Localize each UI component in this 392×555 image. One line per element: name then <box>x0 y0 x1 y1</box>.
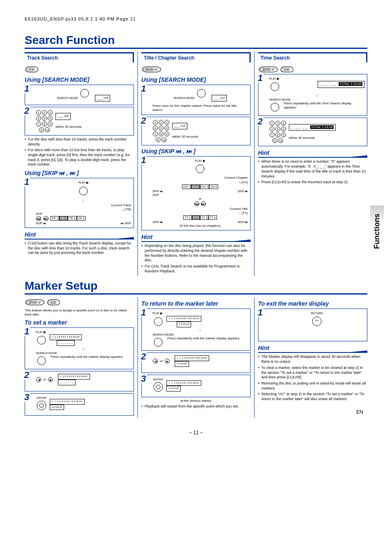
marker-return-step-1: 1 PLAY ✓ ✓ 1 2 3 4 5 6 7 8 9 10 AC 1 0:1… <box>141 309 251 350</box>
remote-button-icon <box>311 315 323 327</box>
svg-point-13 <box>156 385 160 389</box>
track-boxes: TR 1TR 2TR 3TR 4 <box>51 216 85 221</box>
search-mode-label: SEARCH MODE <box>36 351 131 355</box>
play-label: PLAY <box>36 331 43 334</box>
chapter-boxes: CH 1CH 2CH 3CH 4 <box>152 184 248 189</box>
remote-button-icon <box>152 336 164 348</box>
tc-using-search-mode: Using [SEARCH MODE] <box>141 76 251 83</box>
list-item: Depending on the disc being played, this… <box>141 244 251 263</box>
play-label: PLAY <box>78 181 85 184</box>
return-label: RETURN <box>269 311 364 315</box>
remote-button-icon <box>152 381 164 393</box>
tc-using-skip: Using [SKIP ⏮ , ⏭ ] <box>141 148 251 154</box>
track-step-1: 1 SEARCH MODE ___ /29 <box>25 85 134 105</box>
svg-point-0 <box>81 89 89 97</box>
track-hint-list: [+10] button can also bring the Track Se… <box>25 241 134 256</box>
list-item: [+10] button can also bring the Track Se… <box>25 241 134 256</box>
cd-badge: CD <box>25 67 38 72</box>
osd-marker-blank: _ _ _ _ _ _ _ <box>58 380 76 385</box>
search-mode-label: SEARCH MODE <box>152 333 248 336</box>
page-language: EN <box>356 409 363 415</box>
page-number: – 11 – <box>25 430 367 435</box>
hint-header: Hint <box>25 231 134 240</box>
list-item: To clear a marker, select the marker to … <box>258 366 367 380</box>
track-step-2: 2 123 456 789 0+10 ___ /29 within 30 sec… <box>25 107 134 136</box>
remote-button-icon <box>79 88 90 99</box>
osd-track-count: ___ /29 <box>55 113 71 120</box>
osd-marker-list: ✓ 1 2 3 4 5 6 7 8 9 10 AC <box>58 374 90 380</box>
list-item: For the disc with less than 10 tracks, p… <box>25 137 134 147</box>
osd-marker-list: ✓ ✓ 1 2 3 4 5 6 7 8 9 10 AC <box>166 316 201 322</box>
marker-intro: This feature allows you to assign a spec… <box>25 309 134 316</box>
play-icon <box>277 77 279 80</box>
time-step1-note: Press repeatedly until the Time Search d… <box>284 101 364 113</box>
osd-marker-time: 1 0:12:01 <box>166 386 181 391</box>
remote-button-icon <box>269 81 281 92</box>
skip-next-label: SKIP ⏭ <box>238 189 248 193</box>
osd-chapter-count: ___ /12 <box>172 123 187 129</box>
svg-point-2 <box>197 89 205 97</box>
svg-point-4 <box>271 83 279 91</box>
skip-prev-icon <box>36 216 41 221</box>
arrow-left-icon: ◀ <box>153 359 158 364</box>
step-number: 3 <box>24 393 30 402</box>
current-track-label: Current Track <box>36 203 131 207</box>
number-pad-icon: 123 456 789 0+10 <box>36 110 53 133</box>
number-pad-icon: 123 456 789 0+10 <box>152 120 170 143</box>
marker-return-step-2: 2 ◀ or ▶ ✓ ✓ 1 2 3 4 5 6 7 8 9 10 AC 1 0… <box>141 352 251 373</box>
time-step-2: 2 123 456 789 0+10 _ : _ _ : _ _ TOTAL 1… <box>258 117 367 146</box>
list-item: Removing the disc or putting unit in sta… <box>258 381 367 391</box>
svg-point-8 <box>37 401 46 410</box>
list-item: When there is no need to enter a number,… <box>258 159 367 179</box>
skip-prev-label: SKIP ⏮ <box>152 189 163 193</box>
title-boxes: TT 1TT 2TT 3TT 4 <box>152 215 248 220</box>
step-number: 1 <box>24 84 30 93</box>
or-label: or <box>43 378 46 382</box>
remote-button-icon <box>152 316 164 327</box>
list-item: Press [CLEAR] to erase the incorrect inp… <box>258 180 367 185</box>
track-search-header: Track Search <box>25 52 134 62</box>
list-item: The Marker display will disappear in abo… <box>258 355 367 364</box>
to-return-marker: To return to the marker later <box>141 300 251 307</box>
dvd-badge: DVD-V <box>259 67 278 72</box>
step-number: 3 <box>141 374 147 383</box>
osd-marker-time: 1 0:12:01 <box>175 361 189 367</box>
cd-badge: CD <box>47 299 60 305</box>
play-icon <box>203 159 205 162</box>
play-label: PLAY <box>152 312 159 315</box>
arrow-right-icon: ▶ <box>165 359 170 364</box>
svg-point-9 <box>39 403 44 408</box>
play-icon <box>44 331 46 334</box>
svg-point-7 <box>37 357 46 365</box>
ch-label: (CH) <box>241 180 248 184</box>
within-30s: within 30 seconds <box>55 125 82 129</box>
osd-marker-list: ✓ 1 2 3 4 5 6 7 8 9 10 AC <box>50 334 82 340</box>
step-number: 2 <box>141 116 147 125</box>
tc-step-1: 1 SEARCH MODE ___ /12 Press once for the… <box>141 85 251 115</box>
section-title-marker: Marker Setup <box>25 279 367 295</box>
osd-total-time: _ : _ _ : _ _ TOTAL 1:29:00 <box>289 124 336 131</box>
step-number: 1 <box>141 84 147 93</box>
playback-restart-note: Playback will restart from the specific … <box>141 404 251 409</box>
exit-hint-list: The Marker display will disappear in abo… <box>258 355 367 401</box>
svg-point-10 <box>154 318 162 326</box>
play-icon <box>160 312 163 315</box>
svg-point-11 <box>154 338 162 346</box>
marker-set-step-2: 2 ◀ or ▶ ✓ 1 2 3 4 5 6 7 8 9 10 AC _ _ _… <box>25 371 134 391</box>
osd-marker-list: ✓ ✓ 1 2 3 4 5 6 7 8 9 10 AC <box>175 355 210 361</box>
section-title-search: Search Function <box>25 34 367 49</box>
enter-label: ENTER <box>152 378 164 381</box>
skip-prev-icon <box>194 201 199 206</box>
marker-exit-step-1: 1 RETURN <box>258 309 367 341</box>
current-title-label: Current Title <box>152 207 248 211</box>
track-using-search-mode: Using [SEARCH MODE] <box>25 76 134 83</box>
skip-label: SKIP <box>36 212 131 216</box>
skip-next-icon <box>44 216 48 221</box>
if-no-chapters: (If the disc has no chapters) <box>152 224 248 228</box>
tc-step-2: 2 123 456 789 0+10 ___ /12 within 30 sec… <box>141 117 251 145</box>
arrow-left-icon: ◀ <box>36 377 41 382</box>
cd-badge: CD <box>281 67 293 72</box>
list-item: Selecting "AC" at step 2) in the section… <box>258 392 367 401</box>
svg-point-6 <box>37 336 46 344</box>
within-30s: within 30 seconds <box>172 135 198 138</box>
